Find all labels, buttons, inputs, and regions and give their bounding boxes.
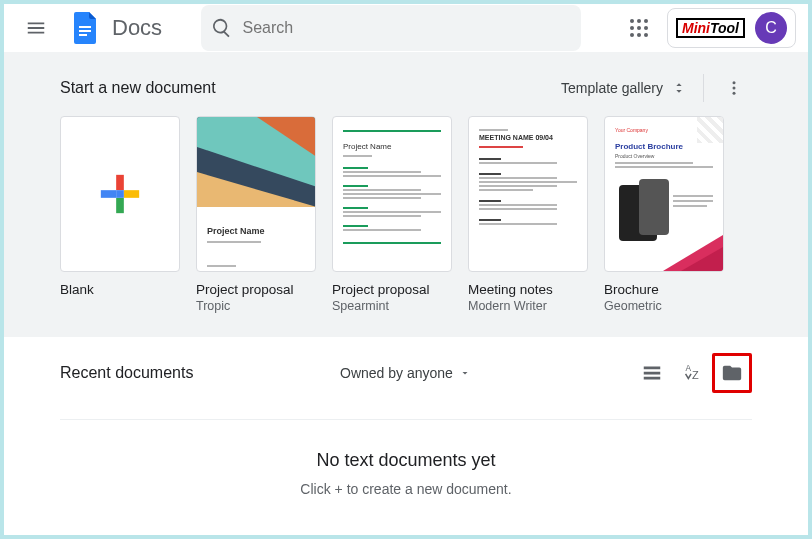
docs-icon	[68, 10, 104, 46]
svg-point-12	[733, 81, 736, 84]
sort-button[interactable]: A Z	[672, 353, 712, 393]
google-apps-button[interactable]	[619, 8, 659, 48]
templates-more-button[interactable]	[716, 70, 752, 106]
svg-rect-1	[79, 30, 91, 32]
svg-point-11	[644, 33, 648, 37]
recent-section: Recent documents Owned by anyone A Z	[4, 337, 808, 535]
header: Docs MiniTool C	[4, 4, 808, 52]
empty-state: No text documents yet Click + to create …	[60, 419, 752, 535]
template-thumb: Your Company Product Brochure Product Ov…	[604, 116, 724, 272]
minitool-logo: MiniTool	[676, 18, 745, 38]
recent-header: Recent documents Owned by anyone A Z	[60, 351, 752, 395]
template-thumb: MEETING NAME 09/04	[468, 116, 588, 272]
template-subtitle: Modern Writer	[468, 299, 588, 313]
unfold-icon	[671, 80, 687, 96]
svg-point-8	[644, 26, 648, 30]
svg-rect-15	[116, 175, 124, 190]
folder-icon	[721, 362, 743, 384]
template-card-tropic[interactable]: Project Name Project proposal Tropic	[196, 116, 316, 313]
svg-rect-0	[79, 26, 91, 28]
list-view-button[interactable]	[632, 353, 672, 393]
app-frame: Docs MiniTool C Start a new document	[4, 4, 808, 535]
templates-header: Start a new document Template gallery	[60, 68, 752, 108]
template-card-blank[interactable]: Blank	[60, 116, 180, 313]
svg-text:Z: Z	[692, 369, 699, 381]
svg-point-14	[733, 92, 736, 95]
search-box[interactable]	[201, 5, 581, 51]
recent-title: Recent documents	[60, 364, 320, 382]
apps-grid-icon	[629, 18, 649, 38]
dropdown-icon	[459, 367, 471, 379]
template-title: Project proposal	[196, 282, 316, 297]
svg-rect-16	[124, 190, 139, 198]
main-menu-button[interactable]	[12, 4, 60, 52]
empty-title: No text documents yet	[60, 450, 752, 471]
tropic-art-icon	[197, 117, 316, 207]
svg-point-4	[637, 19, 641, 23]
template-thumb: Project Name	[196, 116, 316, 272]
owner-filter-label: Owned by anyone	[340, 365, 453, 381]
preview-heading: MEETING NAME 09/04	[479, 133, 577, 144]
account-box: MiniTool C	[667, 8, 796, 48]
open-file-picker-button[interactable]	[712, 353, 752, 393]
template-thumb	[60, 116, 180, 272]
svg-point-10	[637, 33, 641, 37]
template-title: Project proposal	[332, 282, 452, 297]
templates-actions: Template gallery	[557, 70, 752, 106]
template-gallery-label: Template gallery	[561, 80, 663, 96]
preview-caption: Project Name	[343, 141, 441, 153]
app-name: Docs	[112, 15, 162, 41]
template-card-brochure[interactable]: Your Company Product Brochure Product Ov…	[604, 116, 724, 313]
brochure-corner-icon	[663, 235, 723, 271]
more-vert-icon	[725, 79, 743, 97]
svg-point-13	[733, 87, 736, 90]
sort-az-icon: A Z	[681, 362, 703, 384]
template-title: Blank	[60, 282, 180, 297]
templates-section: Start a new document Template gallery	[4, 52, 808, 337]
app-logo[interactable]: Docs	[68, 10, 162, 46]
svg-point-7	[637, 26, 641, 30]
svg-rect-19	[116, 190, 124, 198]
svg-rect-2	[79, 34, 87, 36]
svg-rect-18	[101, 190, 116, 198]
owner-filter[interactable]: Owned by anyone	[340, 365, 471, 381]
template-title: Brochure	[604, 282, 724, 297]
plus-multicolor-icon	[97, 171, 143, 217]
svg-rect-17	[116, 198, 124, 213]
template-card-meeting[interactable]: MEETING NAME 09/04	[468, 116, 588, 313]
svg-point-9	[630, 33, 634, 37]
separator	[703, 74, 704, 102]
template-gallery-button[interactable]: Template gallery	[557, 74, 691, 102]
svg-text:A: A	[686, 364, 692, 373]
search-container	[170, 5, 611, 51]
preview-caption: Project Name	[207, 225, 305, 239]
template-subtitle: Spearmint	[332, 299, 452, 313]
preview-sub: Product Overview	[615, 153, 713, 161]
svg-point-6	[630, 26, 634, 30]
hamburger-icon	[25, 17, 47, 39]
list-view-icon	[641, 362, 663, 384]
account-avatar[interactable]: C	[755, 12, 787, 44]
template-card-spearmint[interactable]: Project Name	[332, 116, 452, 313]
template-title: Meeting notes	[468, 282, 588, 297]
template-cards: Blank Project Name	[60, 116, 752, 313]
search-input[interactable]	[243, 19, 571, 37]
svg-point-5	[644, 19, 648, 23]
template-subtitle: Tropic	[196, 299, 316, 313]
templates-title: Start a new document	[60, 79, 216, 97]
svg-point-3	[630, 19, 634, 23]
template-thumb: Project Name	[332, 116, 452, 272]
empty-subtitle: Click + to create a new document.	[60, 481, 752, 497]
search-icon	[211, 17, 233, 39]
template-subtitle: Geometric	[604, 299, 724, 313]
